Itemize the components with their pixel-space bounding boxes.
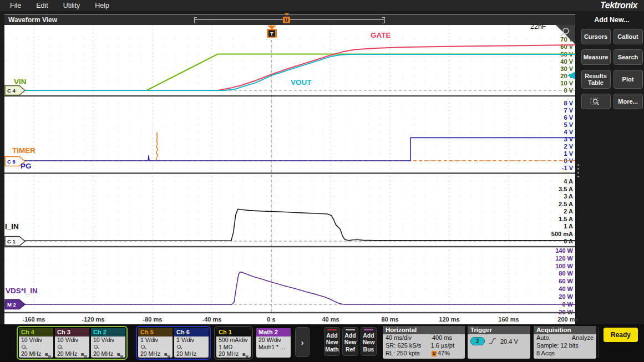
acquisition-panel[interactable]: Acquisition Auto,Analyze Sample: 12 bits…: [534, 326, 596, 359]
menu-file[interactable]: File: [10, 2, 21, 9]
add-new-bus-button[interactable]: Add New Bus: [361, 327, 377, 356]
acquisition-analyze: Analyze: [572, 334, 594, 342]
cursors-button[interactable]: Cursors: [581, 29, 611, 44]
label-vin: VIN: [14, 78, 27, 86]
results-table-button[interactable]: Results Table: [581, 70, 611, 89]
channel-badge-ch-1[interactable]: Ch 1500 mA/div1 MΩ20 MHzBw: [216, 328, 251, 358]
channel-detail: 1 MΩ: [219, 344, 249, 351]
label-math: VDS*I_IN: [6, 287, 38, 295]
label-pg: PG: [21, 162, 32, 170]
channel-bandwidth: 20 MHzBw: [140, 350, 170, 358]
channel-badge-title: Ch 6: [174, 328, 209, 336]
channel-scale: 20 W/div: [258, 336, 288, 344]
horizontal-position-slider[interactable]: U: [194, 17, 385, 23]
menu-edit[interactable]: Edit: [36, 2, 48, 9]
channel-badge-ch-6[interactable]: Ch 61 V/div20 MHz: [174, 328, 209, 358]
time-per-point: 1.6 µs/pt: [431, 342, 454, 350]
horizontal-position-marker[interactable]: U: [283, 17, 290, 23]
channel-group-math: Math 220 W/divMath1 * ...: [254, 326, 293, 360]
probe-icon: [176, 344, 183, 349]
ready-status-button[interactable]: Ready: [604, 328, 638, 342]
channel-bandwidth: 20 MHz: [176, 350, 206, 358]
add-new-ref-button[interactable]: Add New Ref: [342, 327, 358, 356]
add-new-badge-group: Add New MathAdd New RefAdd New Bus: [324, 327, 377, 356]
measure-button[interactable]: Measure: [581, 49, 611, 65]
add-new-title: Add New...: [580, 16, 644, 24]
callout-button[interactable]: Callout: [613, 29, 643, 44]
divider: [599, 327, 599, 358]
menu-help[interactable]: Help: [95, 2, 109, 9]
rising-edge-icon: [488, 338, 497, 345]
trigger-settings-panel[interactable]: Trigger 2 20.4 V: [468, 326, 530, 359]
channel-bandwidth: 20 MHzBw: [93, 350, 123, 358]
channel-bandwidth: 20 MHzBw: [219, 350, 249, 358]
channel-badge-title: Ch 1: [216, 328, 251, 336]
horizontal-title: Horizontal: [383, 326, 465, 334]
channel-group-current: Ch 1500 mA/div1 MΩ20 MHzBw: [214, 326, 253, 360]
channel-scale: 10 V/div: [21, 336, 51, 344]
bottom-settings-bar: Ch 410 V/div20 MHzBwCh 310 V/div20 MHzBw…: [0, 324, 644, 362]
label-vout: VOUT: [291, 78, 312, 86]
menu-bar: File Edit Utility Help Tektronix: [0, 0, 644, 11]
waveform-view-tab[interactable]: Waveform View: [8, 16, 57, 24]
bandwidth-limit-icon: Bw: [117, 351, 123, 358]
channel-scale: 1 V/div: [176, 336, 206, 344]
more-button[interactable]: More...: [613, 94, 643, 109]
channel-group-volts: Ch 410 V/div20 MHzBwCh 310 V/div20 MHzBw…: [17, 326, 128, 360]
bandwidth-limit-icon: Bw: [81, 351, 87, 358]
zoom-area-icon: [590, 97, 601, 106]
add-new-grid: Cursors Callout Measure Search Results T…: [580, 29, 644, 109]
add-new-sidebar: Add New... Cursors Callout Measure Searc…: [580, 14, 644, 362]
bandwidth-limit-icon: Bw: [45, 351, 51, 358]
probe-icon: [21, 344, 28, 349]
channel-badge-math-2[interactable]: Math 220 W/divMath1 * ...: [256, 328, 291, 358]
channel-badge-ch-2[interactable]: Ch 210 V/div20 MHzBw: [91, 328, 125, 358]
waveform-area[interactable]: [4, 25, 575, 324]
bandwidth-limit-icon: Bw: [164, 351, 170, 358]
horizontal-window: 400 ms: [432, 334, 452, 342]
record-length: RL: 250 kpts: [386, 350, 420, 358]
search-button[interactable]: Search: [613, 49, 643, 65]
channel-scale: 10 V/div: [93, 336, 123, 344]
divider: [378, 327, 378, 358]
probe-icon: [140, 344, 147, 349]
channel-scale: 1 V/div: [140, 336, 170, 344]
trigger-source-badge[interactable]: 2: [470, 337, 485, 345]
trigger-title: Trigger: [468, 326, 530, 334]
scroll-badges-button[interactable]: ›: [295, 327, 310, 357]
channel-scale: 10 V/div: [57, 336, 87, 344]
bandwidth-limit-icon: Bw: [242, 351, 249, 358]
trigger-position-percent: 47%: [438, 350, 450, 356]
trigger-position-icon: U: [432, 351, 437, 356]
channel-badge-title: Ch 2: [91, 328, 125, 336]
channel-badge-title: Ch 4: [19, 328, 53, 336]
oscilloscope-app: File Edit Utility Help Tektronix Wavefor…: [0, 0, 644, 362]
probe-icon: [57, 344, 64, 349]
view-tab-bar: Waveform View U: [4, 14, 575, 26]
zoom-area-button[interactable]: [581, 94, 611, 109]
channel-bandwidth: 20 MHzBw: [21, 350, 51, 358]
label-gate: GATE: [371, 31, 391, 39]
tektronix-logo: Tektronix: [600, 1, 637, 11]
horizontal-panel[interactable]: Horizontal 40 ms/div400 ms SR: 625 kS/s1…: [383, 326, 465, 359]
menu-utility[interactable]: Utility: [63, 2, 80, 9]
slider-left-bracket: [194, 17, 197, 23]
callout-22nf[interactable]: 22nF: [530, 23, 546, 30]
acquisition-mode: Auto,: [536, 334, 551, 342]
channel-group-logic: Ch 51 V/div20 MHzBwCh 61 V/div20 MHz: [136, 326, 211, 360]
channel-bandwidth: 20 MHzBw: [57, 350, 87, 358]
channel-scale: 500 mA/div: [219, 336, 249, 344]
acquisition-title: Acquisition: [534, 326, 596, 334]
channel-badge-ch-4[interactable]: Ch 410 V/div20 MHzBw: [19, 328, 53, 358]
channel-badge-ch-5[interactable]: Ch 51 V/div20 MHzBw: [138, 328, 173, 358]
add-new-math-button[interactable]: Add New Math: [324, 327, 340, 356]
acquisition-count: 8 Acqs: [536, 350, 555, 358]
slider-right-bracket: [382, 17, 385, 23]
channel-badge-title: Ch 5: [138, 328, 173, 336]
label-iin: I_IN: [5, 222, 19, 231]
plot-button[interactable]: Plot: [613, 70, 643, 89]
label-timer: TIMER: [12, 146, 36, 155]
sample-rate: SR: 625 kS/s: [386, 342, 421, 350]
sample-bits: Sample: 12 bits: [536, 342, 579, 350]
channel-badge-ch-3[interactable]: Ch 310 V/div20 MHzBw: [55, 328, 89, 358]
